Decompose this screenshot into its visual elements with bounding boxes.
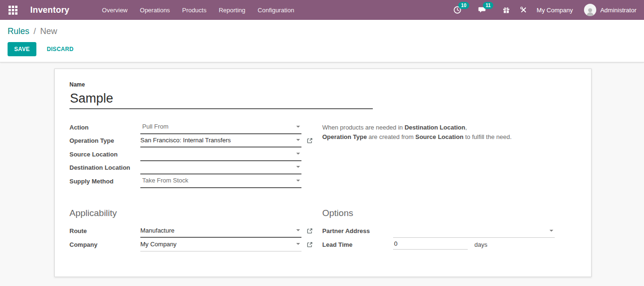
lead-time-label: Lead Time [322,241,393,248]
field-row-lead-time: Lead Time days [322,238,576,251]
user-menu[interactable]: Administrator [600,7,636,14]
operation-type-external-link-icon[interactable] [307,138,313,144]
action-value: Pull From [140,123,169,130]
destination-location-select[interactable] [140,161,301,175]
field-row-source-location: Source Location [69,147,322,161]
grid-icon [9,6,17,15]
app-navbar: Inventory Overview Operations Products R… [0,0,644,20]
lead-time-unit: days [474,241,487,248]
breadcrumb: Rules / New [8,26,636,36]
gift-icon [502,6,510,14]
chevron-down-icon [296,126,300,128]
nav-products[interactable]: Products [176,0,213,20]
activities-badge: 10 [458,2,469,9]
source-location-select[interactable] [140,147,301,161]
activities-button[interactable]: 10 [453,6,462,14]
destination-location-label: Destination Location [69,164,140,171]
whats-new-button[interactable] [502,6,510,14]
nav-operations[interactable]: Operations [134,0,176,20]
action-select[interactable]: Pull From [140,121,301,134]
app-title: Inventory [30,5,69,15]
support-tools-button[interactable] [520,6,527,14]
supply-method-label: Supply Method [69,178,140,185]
discard-button[interactable]: DISCARD [44,43,77,56]
breadcrumb-current: New [40,26,57,36]
user-avatar[interactable] [584,4,596,16]
source-location-label: Source Location [69,151,140,158]
content-area: Name Action Pull From Operation Type San… [0,62,644,286]
lead-time-input[interactable] [393,239,468,250]
nav-configuration[interactable]: Configuration [251,0,300,20]
name-field-label: Name [69,81,576,88]
breadcrumb-rules-link[interactable]: Rules [8,26,29,36]
breadcrumb-separator: / [34,26,36,36]
company-external-link-icon[interactable] [307,242,313,248]
nav-reporting[interactable]: Reporting [213,0,251,20]
operation-type-value: San Francisco: Internal Transfers [140,137,231,144]
control-panel: Rules / New SAVE DISCARD [0,20,644,62]
navbar-right: 10 11 My Company [453,4,636,16]
route-value: Manufacture [140,227,174,234]
chevron-down-icon [296,229,300,231]
options-title: Options [322,208,576,218]
field-row-action: Action Pull From [69,121,322,134]
company-value: My Company [140,241,177,248]
applicability-section: Applicability Route Manufacture [69,208,322,251]
rule-fields-column: Action Pull From Operation Type San Fran… [69,121,322,188]
action-label: Action [69,124,140,131]
chevron-down-icon [296,243,300,245]
operation-type-label: Operation Type [69,137,140,144]
messages-badge: 11 [483,2,494,9]
operation-type-select[interactable]: San Francisco: Internal Transfers [140,134,301,148]
chevron-down-icon [550,230,553,232]
company-switcher[interactable]: My Company [537,7,573,14]
chevron-down-icon [296,139,300,141]
form-sheet: Name Action Pull From Operation Type San… [54,69,592,277]
apps-grid-icon[interactable] [8,5,18,15]
field-row-partner-address: Partner Address [322,225,576,238]
save-button[interactable]: SAVE [8,42,36,56]
applicability-title: Applicability [69,208,322,218]
field-row-supply-method: Supply Method Take From Stock [69,174,322,188]
messages-button[interactable]: 11 [478,6,486,14]
chevron-down-icon [296,180,300,182]
field-row-company: Company My Company [69,238,322,251]
field-row-destination-location: Destination Location [69,161,322,175]
partner-address-label: Partner Address [322,227,393,234]
options-section: Options Partner Address Lead Time days [322,208,576,251]
nav-overview[interactable]: Overview [96,0,134,20]
route-label: Route [69,227,140,234]
person-icon [585,7,595,16]
rule-help-text: When products are needed in Destination … [322,121,576,188]
company-label: Company [69,241,140,248]
route-select[interactable]: Manufacture [140,225,301,238]
chevron-down-icon [296,166,300,168]
field-row-route: Route Manufacture [69,225,322,238]
control-panel-buttons: SAVE DISCARD [8,42,636,56]
name-input[interactable] [69,91,373,109]
supply-method-value: Take From Stock [140,177,189,184]
chevron-down-icon [296,153,300,155]
company-select[interactable]: My Company [140,238,301,251]
route-external-link-icon[interactable] [307,228,313,234]
supply-method-select[interactable]: Take From Stock [140,174,301,188]
main-nav: Overview Operations Products Reporting C… [96,0,301,20]
partner-address-select[interactable] [393,225,555,238]
tools-icon [520,6,527,14]
field-row-operation-type: Operation Type San Francisco: Internal T… [69,134,322,148]
